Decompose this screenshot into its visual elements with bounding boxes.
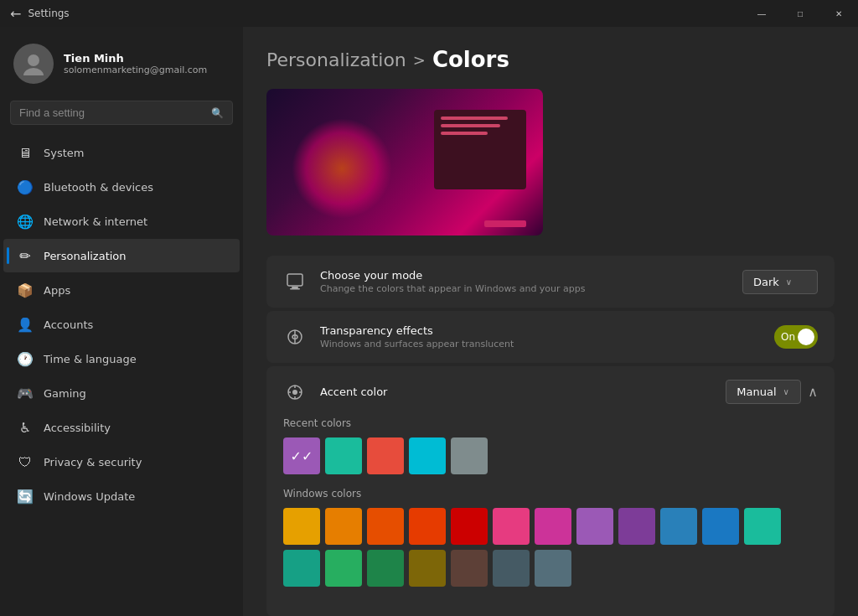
windows-color-swatch-12[interactable] (283, 550, 320, 587)
accent-body: Recent colors ✓ Windows colors (266, 417, 835, 616)
nav-label-accounts: Accounts (44, 318, 226, 331)
nav-label-privacy: Privacy & security (44, 456, 226, 468)
windows-color-swatch-2[interactable] (367, 508, 404, 545)
recent-color-swatch-0[interactable]: ✓ (283, 437, 320, 474)
user-profile[interactable]: Tien Minh solomenmarketing@gmail.com (0, 34, 243, 97)
windows-color-swatch-14[interactable] (367, 550, 404, 587)
nav-label-update: Windows Update (44, 490, 226, 503)
windows-color-swatch-4[interactable] (451, 508, 488, 545)
windows-color-swatch-16[interactable] (451, 550, 488, 587)
close-button[interactable]: ✕ (819, 0, 858, 27)
user-name: Tien Minh (64, 52, 207, 65)
accent-chevron-down-icon: ∨ (783, 387, 789, 396)
nav-icon-privacy: 🛡 (17, 453, 34, 470)
sidebar-item-accounts[interactable]: 👤 Accounts (3, 308, 240, 341)
nav-icon-bluetooth: 🔵 (17, 179, 34, 195)
sidebar-item-apps[interactable]: 📦 Apps (3, 273, 240, 307)
windows-color-swatch-7[interactable] (576, 508, 613, 545)
windows-color-swatch-3[interactable] (409, 508, 446, 545)
breadcrumb-current: Colors (432, 47, 509, 72)
windows-color-swatch-15[interactable] (409, 550, 446, 587)
nav-icon-time: 🕐 (17, 350, 34, 367)
search-input[interactable] (19, 106, 204, 119)
transparency-control[interactable]: On (774, 325, 818, 349)
accent-section: Accent color Manual ∨ ∧ Recent colors ✓ … (266, 366, 835, 616)
titlebar: ← Settings — □ ✕ (0, 0, 858, 27)
breadcrumb: Personalization > Colors (266, 47, 835, 72)
nav-label-bluetooth: Bluetooth & devices (44, 181, 226, 194)
preview-taskbar (484, 220, 526, 227)
sidebar-item-update[interactable]: 🔄 Windows Update (3, 479, 240, 513)
svg-rect-4 (290, 288, 300, 290)
nav-icon-network: 🌐 (17, 213, 34, 230)
search-box[interactable]: 🔍 (10, 101, 233, 125)
mode-icon (283, 270, 307, 293)
windows-color-swatch-1[interactable] (325, 508, 362, 545)
preview-image (266, 89, 543, 236)
transparency-text: Transparency effects Windows and surface… (320, 324, 761, 349)
windows-color-swatch-11[interactable] (744, 508, 781, 545)
windows-color-swatch-9[interactable] (660, 508, 697, 545)
recent-colors-label: Recent colors (283, 417, 818, 429)
breadcrumb-separator: > (413, 51, 426, 69)
svg-point-8 (292, 390, 297, 395)
transparency-subtitle: Windows and surfaces appear translucent (320, 339, 761, 349)
minimize-button[interactable]: — (742, 0, 781, 27)
recent-color-swatch-3[interactable] (409, 437, 446, 474)
chevron-down-icon: ∨ (786, 277, 792, 287)
sidebar-item-network[interactable]: 🌐 Network & internet (3, 204, 240, 238)
windows-color-swatch-13[interactable] (325, 550, 362, 587)
transparency-title: Transparency effects (320, 324, 761, 337)
nav-label-apps: Apps (44, 284, 226, 297)
transparency-toggle[interactable]: On (774, 325, 818, 349)
sidebar-item-gaming[interactable]: 🎮 Gaming (3, 376, 240, 410)
nav-label-system: System (44, 147, 226, 159)
maximize-button[interactable]: □ (781, 0, 819, 27)
sidebar-item-time[interactable]: 🕐 Time & language (3, 342, 240, 375)
nav-icon-system: 🖥 (17, 144, 34, 161)
windows-color-swatch-18[interactable] (535, 550, 571, 587)
nav-list: 🖥 System 🔵 Bluetooth & devices 🌐 Network… (0, 135, 243, 514)
sidebar-item-accessibility[interactable]: ♿ Accessibility (3, 411, 240, 444)
mode-text: Choose your mode Change the colors that … (320, 269, 729, 294)
preview-window (434, 110, 526, 189)
sidebar: Tien Minh solomenmarketing@gmail.com 🔍 🖥… (0, 27, 243, 616)
svg-point-0 (28, 54, 39, 66)
recent-color-swatch-2[interactable] (367, 437, 404, 474)
nav-icon-apps: 📦 (17, 282, 34, 298)
windows-color-swatch-17[interactable] (493, 550, 530, 587)
nav-label-accessibility: Accessibility (44, 422, 226, 434)
mode-subtitle: Change the colors that appear in Windows… (320, 283, 729, 294)
recent-color-swatch-1[interactable] (325, 437, 362, 474)
accent-dropdown[interactable]: Manual ∨ (726, 380, 801, 404)
windows-color-swatch-10[interactable] (702, 508, 739, 545)
accent-collapse-icon[interactable]: ∧ (808, 384, 818, 400)
preview-line (441, 116, 508, 120)
nav-label-time: Time & language (44, 353, 226, 365)
windows-color-swatch-5[interactable] (493, 508, 530, 545)
nav-icon-update: 🔄 (17, 488, 34, 505)
windows-color-swatch-0[interactable] (283, 508, 320, 545)
svg-rect-2 (287, 274, 302, 286)
windows-colors-swatches (283, 508, 818, 587)
mode-control[interactable]: Dark ∨ (742, 270, 818, 294)
app-container: Tien Minh solomenmarketing@gmail.com 🔍 🖥… (0, 27, 858, 616)
windows-color-swatch-8[interactable] (618, 508, 655, 545)
sidebar-item-personalization[interactable]: ✏ Personalization (3, 239, 240, 272)
accent-value: Manual (737, 386, 776, 398)
recent-color-swatch-4[interactable] (451, 437, 488, 474)
sidebar-item-privacy[interactable]: 🛡 Privacy & security (3, 445, 240, 479)
user-email: solomenmarketing@gmail.com (64, 65, 207, 75)
sidebar-item-system[interactable]: 🖥 System (3, 136, 240, 169)
windows-color-swatch-6[interactable] (535, 508, 571, 545)
toggle-knob (798, 329, 814, 345)
sidebar-item-bluetooth[interactable]: 🔵 Bluetooth & devices (3, 170, 240, 204)
accent-control[interactable]: Manual ∨ ∧ (726, 380, 818, 404)
back-button[interactable]: ← (10, 6, 21, 22)
mode-dropdown[interactable]: Dark ∨ (742, 270, 818, 294)
preview-orb (292, 118, 392, 219)
nav-icon-personalization: ✏ (17, 247, 34, 264)
nav-icon-accounts: 👤 (17, 316, 34, 333)
mode-value: Dark (753, 276, 779, 288)
preview-line (441, 124, 500, 127)
